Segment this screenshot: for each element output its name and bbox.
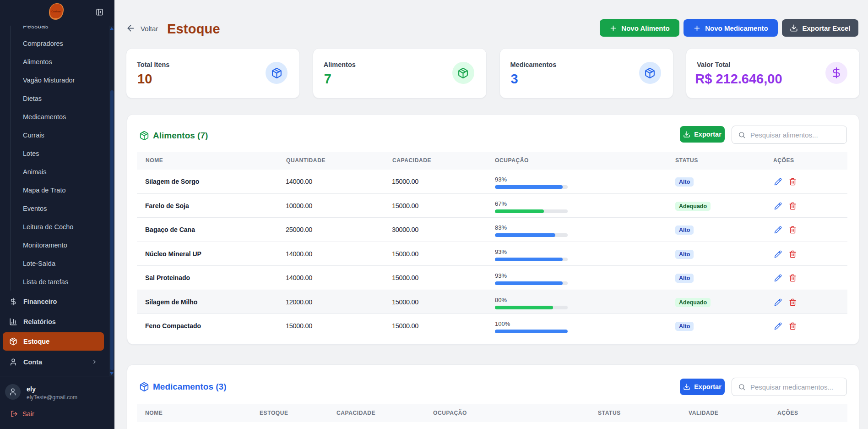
svg-text:Confinar: Confinar — [51, 10, 61, 13]
